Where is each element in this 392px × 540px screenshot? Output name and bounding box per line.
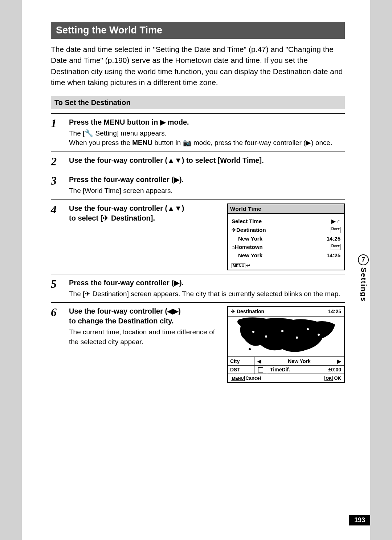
text: mode. <box>166 118 189 126</box>
step-title: Use the four-way controller (▲▼) to sele… <box>69 203 221 223</box>
section-title: Setting the World Time <box>51 22 345 39</box>
text: Destination]. <box>109 214 155 222</box>
destination-screenshot: ✈ Destination 14:25 City <box>227 306 345 383</box>
menu-word: MENU <box>132 139 152 146</box>
city-value: New York <box>288 358 311 364</box>
manual-page: Setting the World Time The date and time… <box>22 0 370 540</box>
hometown-row: ⌂Hometown DOFF <box>232 243 340 251</box>
step-number: 5 <box>51 278 69 290</box>
step-2: 2 Use the four-way controller (▲▼) to se… <box>51 152 345 171</box>
svg-point-3 <box>296 337 298 339</box>
cancel-label: Cancel <box>245 375 261 381</box>
screenshot-footer: MENU↩ <box>228 261 344 270</box>
step-number: 4 <box>51 203 69 215</box>
svg-point-1 <box>265 335 267 338</box>
step-desc: The [🔧 Setting] menu appears. When you p… <box>69 129 345 148</box>
content-column: Setting the World Time The date and time… <box>51 22 345 387</box>
city-row: City ◀ New York ▶ <box>228 357 344 366</box>
ok-group: OK OK <box>324 375 341 381</box>
step-body: Use the four-way controller (◀▶) to chan… <box>69 306 345 383</box>
svg-point-5 <box>318 334 320 336</box>
airplane-icon: ✈ <box>85 289 90 299</box>
step-title: Press the four-way controller (▶). <box>69 175 345 185</box>
step-number: 3 <box>51 175 69 186</box>
destination-row: ✈Destination DOFF <box>232 226 340 234</box>
map-graphic <box>228 317 344 356</box>
text: Hometown <box>235 244 263 250</box>
svg-point-4 <box>307 328 309 330</box>
text: Press the <box>69 118 104 126</box>
section-intro: The date and time selected in "Setting t… <box>51 44 345 88</box>
step-1: 1 Press the MENU button in ▶ mode. The [… <box>51 113 345 152</box>
world-time-screenshot: World Time Select Time ▶ ⌂ ✈Destination … <box>227 203 345 270</box>
timedif-value: ±0:00 <box>328 367 341 372</box>
step-body: Use the four-way controller (▲▼) to sele… <box>69 156 345 165</box>
text: mode, press the four-way controller (▶) … <box>192 139 332 146</box>
screenshot-header: ✈ Destination 14:25 <box>228 307 344 316</box>
step-5: 5 Press the four-way controller (▶). The… <box>51 274 345 303</box>
step-desc: The current time, location and time diff… <box>69 327 221 347</box>
step-title: Use the four-way controller (▲▼) to sele… <box>69 156 345 165</box>
step-title: Press the MENU button in ▶ mode. <box>69 117 345 127</box>
text: When you press the <box>69 139 132 146</box>
ok-button-icon: OK <box>324 376 333 381</box>
timedif-cell: TimeDif. ±0:00 <box>267 366 344 374</box>
step-title: Use the four-way controller (◀▶) to chan… <box>69 306 221 326</box>
back-icon: ↩ <box>246 263 250 268</box>
screenshot-body: Select Time ▶ ⌂ ✈Destination DOFF New Yo… <box>228 214 344 261</box>
text: to select [ <box>69 214 103 222</box>
step-body: Use the four-way controller (▲▼) to sele… <box>69 203 345 270</box>
airplane-icon: ✈ <box>231 309 235 314</box>
hometown-city: New York <box>238 252 262 258</box>
screenshot-title: World Time <box>228 204 344 214</box>
select-time-value: ▶ ⌂ <box>331 218 340 225</box>
right-arrow-icon: ▶ <box>337 358 341 364</box>
hometown-city-row: New York 14:25 <box>232 251 340 259</box>
text: The [ <box>69 129 85 137</box>
text: Destination <box>236 227 266 233</box>
chapter-label: Settings <box>359 267 368 302</box>
playback-mode-icon: ▶ <box>160 117 166 127</box>
step-number: 1 <box>51 117 69 129</box>
dst-row: DST TimeDif. ±0:00 <box>228 366 344 374</box>
step-desc: The [World Time] screen appears. <box>69 186 345 196</box>
step-4: 4 Use the four-way controller (▲▼) to se… <box>51 200 345 274</box>
home-icon: ⌂ <box>337 218 340 224</box>
step-body: Press the MENU button in ▶ mode. The [🔧 … <box>69 117 345 148</box>
city-value-cell: ◀ New York ▶ <box>254 357 344 365</box>
text: Destination <box>237 309 264 314</box>
destination-header: ✈ Destination <box>228 307 325 316</box>
step-number: 6 <box>51 306 69 318</box>
menu-button-icon: MENU <box>231 376 245 381</box>
step-3: 3 Press the four-way controller (▶). The… <box>51 171 345 200</box>
text: button in <box>152 139 183 146</box>
timedif-label: TimeDif. <box>270 367 290 372</box>
text: Use the four-way controller (◀▶) <box>69 307 181 315</box>
capture-mode-icon: 📷 <box>183 138 192 148</box>
step-text: Use the four-way controller (◀▶) to chan… <box>69 306 221 347</box>
hometown-time: 14:25 <box>327 252 340 258</box>
text: Destination] screen appears. The city th… <box>90 290 340 298</box>
dst-label: DST <box>228 366 254 374</box>
page-number: 193 <box>349 515 370 525</box>
dst-off-icon: DOFF <box>331 227 340 233</box>
dst-checkbox-cell <box>254 366 267 374</box>
destination-city-row: New York 14:25 <box>232 234 340 243</box>
text: Setting] menu appears. <box>93 129 167 137</box>
current-time: 14:25 <box>325 307 344 316</box>
svg-point-6 <box>249 348 251 350</box>
hometown-label: ⌂Hometown <box>232 244 263 250</box>
select-time-label: Select Time <box>232 218 262 225</box>
text: Use the four-way controller (▲▼) <box>69 204 184 212</box>
svg-point-0 <box>252 331 254 333</box>
step-6: 6 Use the four-way controller (◀▶) to ch… <box>51 302 345 387</box>
world-map <box>228 316 344 357</box>
ok-label: OK <box>334 375 342 381</box>
pointer-icon: ▶ <box>331 218 336 224</box>
menu-word: MENU <box>104 118 125 126</box>
airplane-icon: ✈ <box>232 227 236 233</box>
city-label: City <box>228 357 254 365</box>
step-body: Press the four-way controller (▶). The [… <box>69 175 345 196</box>
menu-button-icon: MENU <box>232 263 245 268</box>
svg-point-2 <box>281 330 283 332</box>
